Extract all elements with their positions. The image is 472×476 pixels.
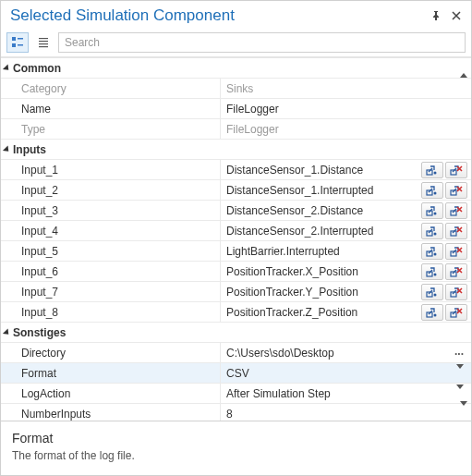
- property-row[interactable]: Input_2DistanceSensor_1.Interrupted: [1, 180, 471, 201]
- property-value[interactable]: DistanceSensor_1.Distance: [221, 160, 471, 179]
- property-value[interactable]: FileLogger: [221, 99, 471, 118]
- svg-rect-1: [12, 43, 16, 47]
- property-row[interactable]: Input_5LightBarrier.Interrupted: [1, 241, 471, 262]
- unlink-button[interactable]: [445, 284, 467, 300]
- link-button[interactable]: [421, 263, 443, 280]
- property-value[interactable]: DistanceSensor_2.Interrupted: [221, 221, 471, 240]
- unlink-button[interactable]: [445, 182, 467, 199]
- property-grid: CommonCategorySinksNameFileLoggerTypeFil…: [1, 57, 471, 421]
- row-actions: [421, 162, 471, 178]
- link-button[interactable]: [421, 182, 443, 199]
- unlink-button[interactable]: [445, 243, 467, 260]
- search-input[interactable]: Search: [58, 32, 466, 53]
- expand-icon: [3, 145, 11, 153]
- link-button[interactable]: [421, 202, 443, 219]
- property-value[interactable]: DistanceSensor_2.Distance: [221, 201, 471, 220]
- search-placeholder: Search: [65, 36, 100, 49]
- property-label: Category: [1, 79, 221, 98]
- property-label: Input_7: [1, 282, 221, 301]
- property-label: Input_2: [1, 180, 221, 200]
- unlink-button[interactable]: [445, 202, 467, 219]
- category-header[interactable]: Common: [1, 58, 471, 79]
- property-value[interactable]: PositionTracker.X_Position: [221, 262, 471, 281]
- property-row[interactable]: Input_8PositionTracker.Z_Position: [1, 302, 471, 323]
- svg-point-21: [434, 252, 437, 255]
- property-label: LogAction: [1, 384, 221, 403]
- unlink-button[interactable]: [445, 162, 467, 178]
- property-value[interactable]: C:\Users\sdo\Desktop...: [221, 343, 471, 362]
- property-value[interactable]: After Simulation Step: [221, 384, 471, 403]
- property-label: Input_3: [1, 201, 221, 220]
- link-button[interactable]: [421, 223, 443, 239]
- pin-icon[interactable]: [430, 10, 442, 21]
- property-value-text: DistanceSensor_1.Interrupted: [226, 184, 373, 197]
- property-value-text: LightBarrier.Interrupted: [226, 245, 340, 258]
- property-label: Input_6: [1, 262, 221, 281]
- browse-button[interactable]: ...: [451, 345, 467, 358]
- property-value[interactable]: DistanceSensor_1.Interrupted: [221, 180, 471, 200]
- property-value-text: DistanceSensor_1.Distance: [226, 164, 363, 177]
- svg-point-24: [434, 273, 437, 275]
- property-row[interactable]: Input_4DistanceSensor_2.Interrupted: [1, 221, 471, 241]
- property-value[interactable]: LightBarrier.Interrupted: [221, 241, 471, 261]
- unlink-button[interactable]: [445, 223, 467, 239]
- unlink-button[interactable]: [445, 304, 467, 321]
- dropdown-icon[interactable]: [456, 389, 464, 402]
- alphabetical-view-button[interactable]: [32, 32, 54, 53]
- property-label: Format: [1, 363, 221, 383]
- link-button[interactable]: [421, 304, 443, 321]
- property-row[interactable]: TypeFileLogger: [1, 119, 471, 140]
- dropdown-icon[interactable]: [456, 369, 464, 382]
- unlink-button[interactable]: [445, 263, 467, 280]
- property-value-text: DistanceSensor_2.Interrupted: [226, 225, 373, 238]
- property-label: Directory: [1, 343, 221, 362]
- property-row[interactable]: Input_3DistanceSensor_2.Distance: [1, 201, 471, 221]
- property-row[interactable]: NumberInputs8: [1, 404, 471, 421]
- property-value[interactable]: 8: [221, 404, 471, 421]
- svg-rect-2: [18, 38, 23, 40]
- property-row[interactable]: Input_6PositionTracker.X_Position: [1, 262, 471, 282]
- property-label: NumberInputs: [1, 404, 221, 421]
- property-row[interactable]: FormatCSV: [1, 363, 471, 384]
- row-actions: [421, 182, 471, 199]
- link-button[interactable]: [421, 243, 443, 260]
- property-value-text: After Simulation Step: [226, 387, 331, 400]
- link-button[interactable]: [421, 162, 443, 178]
- property-value-text: C:\Users\sdo\Desktop: [226, 347, 334, 360]
- description-text: The format of the log file.: [12, 449, 460, 462]
- property-value[interactable]: FileLogger: [221, 119, 471, 139]
- property-value[interactable]: Sinks: [221, 79, 471, 98]
- property-row[interactable]: NameFileLogger: [1, 99, 471, 119]
- svg-rect-3: [18, 44, 23, 46]
- svg-point-27: [434, 293, 437, 296]
- property-value[interactable]: CSV: [221, 363, 471, 383]
- categorized-view-button[interactable]: [6, 32, 29, 53]
- panel-title: Selected Simulation Component: [10, 6, 430, 25]
- svg-point-30: [434, 313, 437, 316]
- category-header[interactable]: Inputs: [1, 140, 471, 160]
- scroll-up-icon[interactable]: [460, 60, 467, 73]
- scroll-down-icon[interactable]: [460, 406, 467, 419]
- row-actions: [421, 263, 471, 280]
- description-title: Format: [12, 431, 460, 445]
- property-row[interactable]: Input_7PositionTracker.Y_Position: [1, 282, 471, 302]
- property-row[interactable]: LogActionAfter Simulation Step: [1, 384, 471, 404]
- property-value-text: CSV: [226, 367, 249, 380]
- close-icon[interactable]: [451, 10, 462, 21]
- description-pane: Format The format of the log file.: [1, 421, 471, 475]
- property-panel: Selected Simulation Component: [0, 0, 472, 476]
- property-label: Type: [1, 119, 221, 139]
- toolbar: Search: [1, 29, 471, 57]
- svg-point-18: [434, 232, 437, 235]
- property-row[interactable]: DirectoryC:\Users\sdo\Desktop...: [1, 343, 471, 363]
- property-label: Input_8: [1, 302, 221, 322]
- property-label: Input_5: [1, 241, 221, 261]
- property-value[interactable]: PositionTracker.Z_Position: [221, 302, 471, 322]
- row-actions: [421, 304, 471, 321]
- svg-rect-6: [39, 43, 48, 44]
- property-row[interactable]: Input_1DistanceSensor_1.Distance: [1, 160, 471, 180]
- category-header[interactable]: Sonstiges: [1, 323, 471, 343]
- link-button[interactable]: [421, 284, 443, 300]
- property-value[interactable]: PositionTracker.Y_Position: [221, 282, 471, 301]
- property-row[interactable]: CategorySinks: [1, 79, 471, 99]
